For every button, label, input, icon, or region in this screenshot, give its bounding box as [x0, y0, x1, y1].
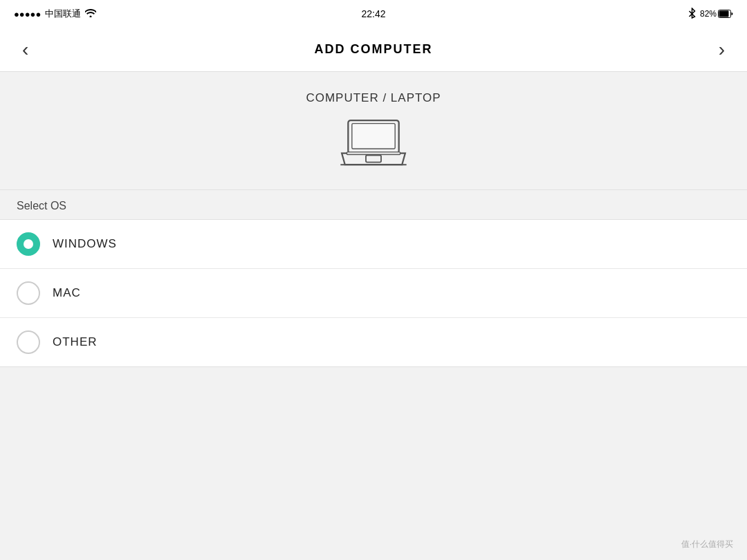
laptop-icon — [335, 116, 412, 178]
other-label: OTHER — [53, 335, 98, 349]
svg-rect-4 — [366, 155, 381, 162]
windows-radio[interactable] — [17, 232, 40, 256]
mac-label: MAC — [53, 286, 81, 300]
device-type-label: COMPUTER / LAPTOP — [306, 91, 441, 105]
os-section-label: Select OS — [17, 200, 66, 212]
nav-title: ADD COMPUTER — [315, 42, 433, 57]
nav-bar: ‹ ADD COMPUTER › — [0, 28, 747, 72]
wifi-icon — [85, 8, 96, 19]
carrier-label: 中国联通 — [45, 8, 81, 20]
forward-button[interactable]: › — [710, 33, 733, 66]
os-options: WINDOWS MAC OTHER — [0, 219, 747, 367]
bluetooth-icon — [688, 8, 696, 21]
battery-percent: 82% — [700, 9, 717, 19]
svg-rect-1 — [719, 11, 729, 17]
watermark: 值·什么值得买 — [681, 539, 733, 550]
windows-option[interactable]: WINDOWS — [0, 220, 747, 269]
status-time: 22:42 — [361, 8, 385, 19]
os-section-header: Select OS — [0, 189, 747, 219]
back-button[interactable]: ‹ — [14, 33, 37, 66]
laptop-icon-container — [335, 116, 412, 178]
mac-radio[interactable] — [17, 281, 40, 305]
radio-inner — [24, 239, 33, 249]
windows-label: WINDOWS — [53, 237, 117, 251]
main-content: COMPUTER / LAPTOP Select OS — [0, 72, 747, 367]
other-option[interactable]: OTHER — [0, 318, 747, 366]
device-type-section: COMPUTER / LAPTOP — [0, 72, 747, 189]
status-left: ●●●●● 中国联通 — [14, 8, 96, 20]
other-radio[interactable] — [17, 330, 40, 354]
battery-icon: 82% — [700, 9, 733, 19]
svg-rect-3 — [352, 124, 395, 149]
mac-option[interactable]: MAC — [0, 269, 747, 318]
status-right: 82% — [688, 8, 733, 21]
svg-rect-5 — [347, 152, 400, 155]
status-bar: ●●●●● 中国联通 22:42 82% — [0, 0, 747, 28]
signal-dots: ●●●●● — [14, 9, 41, 19]
